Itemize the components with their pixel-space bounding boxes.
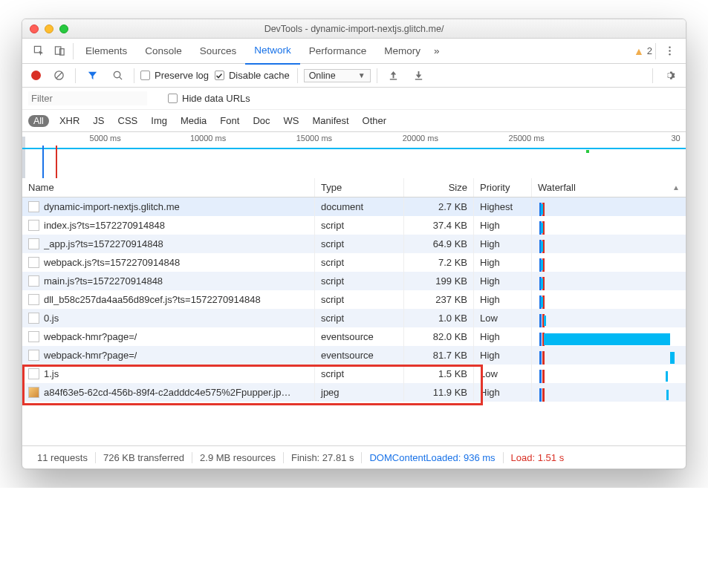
type-manifest[interactable]: Manifest [309,115,351,126]
status-transferred: 726 KB transferred [96,452,192,463]
row-type: script [315,253,404,272]
hide-data-urls-checkbox[interactable] [168,94,178,103]
clear-icon[interactable] [48,65,69,86]
type-xhr[interactable]: XHR [56,115,82,126]
row-priority: High [474,290,532,309]
row-type: script [315,235,404,253]
chevron-down-icon: ▼ [358,71,366,79]
row-name: index.js?ts=1572270914848 [44,220,165,231]
type-css[interactable]: CSS [115,115,141,126]
row-size: 237 KB [404,290,474,309]
type-img[interactable]: Img [148,115,170,126]
record-button[interactable] [31,71,41,80]
type-font[interactable]: Font [217,115,242,126]
table-row[interactable]: 0.jsscript1.0 KBLow [22,309,686,327]
type-all[interactable]: All [28,115,49,127]
row-priority: Low [474,365,532,383]
warning-icon: ▲ [634,45,644,57]
throttling-select[interactable]: Online ▼ [304,69,371,82]
row-name: 0.js [44,313,59,324]
row-priority: Low [474,309,532,327]
overview-timeline[interactable]: 5000 ms 10000 ms 15000 ms 20000 ms 25000… [22,132,686,178]
warning-indicator[interactable]: ▲ 2 [634,45,652,57]
row-type: script [315,216,404,235]
svg-point-4 [669,50,670,51]
timeline-tick: 30 [671,134,680,143]
tab-memory[interactable]: Memory [375,39,429,64]
row-type: eventsource [315,327,404,346]
row-name: dll_b58c257da4aa56d89cef.js?ts=157227091… [44,294,261,305]
table-row[interactable]: dynamic-import-nextjs.glitch.medocument2… [22,197,686,216]
type-media[interactable]: Media [178,115,210,126]
table-row[interactable]: webpack-hmr?page=/eventsource81.7 KBHigh [22,346,686,365]
tabs-overflow[interactable]: » [429,39,444,64]
device-toolbar-icon[interactable] [49,41,70,62]
hide-data-urls-label: Hide data URLs [182,93,250,104]
window-titlebar: DevTools - dynamic-import-nextjs.glitch.… [22,19,686,39]
tab-sources[interactable]: Sources [191,39,246,64]
row-size: 7.2 KB [404,253,474,272]
search-icon[interactable] [107,65,128,86]
preserve-log-checkbox[interactable] [140,71,150,80]
row-waterfall [532,290,686,309]
tab-performance[interactable]: Performance [300,39,375,64]
col-type[interactable]: Type [315,178,404,197]
menu-kebab-icon[interactable] [659,41,680,62]
row-type: document [315,197,404,216]
table-row[interactable]: main.js?ts=1572270914848script199 KBHigh [22,272,686,290]
type-other[interactable]: Other [360,115,390,126]
table-row[interactable]: webpack.js?ts=1572270914848script7.2 KBH… [22,253,686,272]
type-doc[interactable]: Doc [250,115,273,126]
row-size: 11.9 KB [404,383,474,402]
timeline-tick: 10000 ms [190,134,226,143]
row-priority: High [474,383,532,402]
download-har-icon[interactable] [409,65,429,86]
image-file-icon [28,387,39,398]
row-waterfall [532,197,686,216]
row-name: main.js?ts=1572270914848 [44,275,163,287]
row-priority: High [474,327,532,346]
tab-network[interactable]: Network [245,38,300,65]
row-name: webpack-hmr?page=/ [44,331,137,342]
type-ws[interactable]: WS [281,115,302,126]
table-row[interactable]: 1.jsscript1.5 KBLow [22,365,686,383]
settings-gear-icon[interactable] [659,65,680,86]
table-row[interactable]: a84f63e5-62cd-456b-89f4-c2adddc4e575%2Fp… [22,383,686,402]
file-icon [28,313,39,324]
svg-rect-8 [390,79,397,79]
row-size: 199 KB [404,272,474,290]
row-size: 64.9 KB [404,235,474,253]
row-type: script [315,365,404,383]
sort-asc-icon: ▲ [672,183,680,192]
row-size: 1.5 KB [404,365,474,383]
table-row[interactable]: dll_b58c257da4aa56d89cef.js?ts=157227091… [22,290,686,309]
tab-elements[interactable]: Elements [77,39,136,64]
row-name: 1.js [44,368,59,379]
table-header: Name Type Size Priority Waterfall ▲ [22,178,686,197]
col-name[interactable]: Name [22,178,315,197]
table-row[interactable]: index.js?ts=1572270914848script37.4 KBHi… [22,216,686,235]
col-size[interactable]: Size [404,178,474,197]
row-type: script [315,309,404,327]
inspect-element-icon[interactable] [28,41,49,62]
filter-icon[interactable] [82,65,103,86]
row-name: a84f63e5-62cd-456b-89f4-c2adddc4e575%2Fp… [44,387,290,398]
overview-left-handle[interactable] [22,137,25,178]
status-finish: Finish: 27.81 s [284,452,363,463]
row-waterfall [532,365,686,383]
timeline-tick: 20000 ms [403,134,438,143]
table-row[interactable]: _app.js?ts=1572270914848script64.9 KBHig… [22,235,686,253]
col-priority[interactable]: Priority [474,178,532,197]
disable-cache-checkbox[interactable] [215,71,224,80]
row-priority: High [474,216,532,235]
row-size: 37.4 KB [404,216,474,235]
col-waterfall[interactable]: Waterfall ▲ [532,178,686,197]
table-row[interactable]: webpack-hmr?page=/eventsource82.0 KBHigh [22,327,686,346]
row-name: _app.js?ts=1572270914848 [44,238,163,249]
filter-input[interactable] [28,91,147,105]
row-waterfall [532,346,686,365]
type-js[interactable]: JS [90,115,107,126]
tab-console[interactable]: Console [136,39,191,64]
row-size: 1.0 KB [404,309,474,327]
upload-har-icon[interactable] [383,65,404,86]
